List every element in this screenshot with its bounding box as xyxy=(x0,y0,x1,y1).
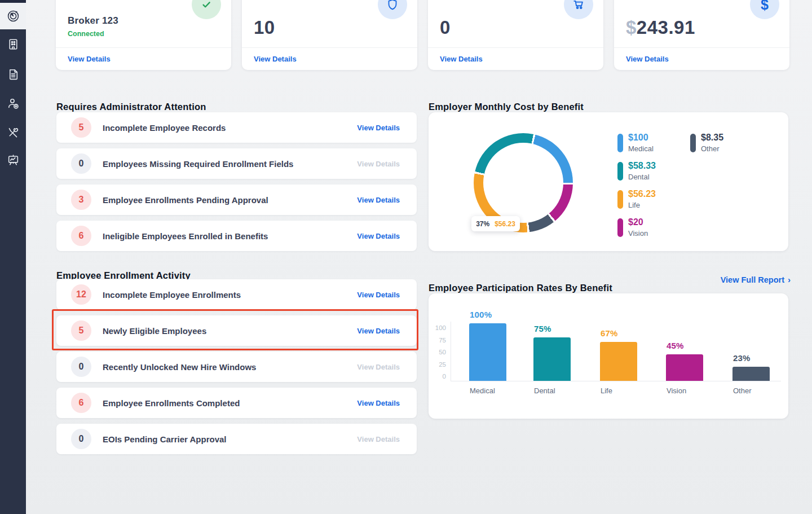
list-item: 0Employees Missing Required Enrollment F… xyxy=(56,148,417,179)
sidebar-item-add-person[interactable] xyxy=(0,91,26,116)
donut-chart-title: Employer Monthly Cost by Benefit xyxy=(429,102,584,112)
legend-text: $100Medical xyxy=(628,133,654,153)
legend-color-pill xyxy=(617,190,623,209)
donut-chart-panel: 37% $56.23 $100Medical$58.33Dental$56.23… xyxy=(429,112,788,251)
list-item-label: EOIs Pending Carrier Approval xyxy=(103,434,227,444)
bar-chart-title: Employee Participation Rates By Benefit xyxy=(429,283,612,293)
count-badge: 6 xyxy=(71,226,91,246)
dollar-icon: $ xyxy=(761,0,769,12)
view-full-report-label: View Full Report xyxy=(721,275,784,284)
list-item-label: Newly Eligible Employees xyxy=(103,326,206,336)
bar-category-label: Vision xyxy=(667,386,686,395)
bar-value-label: 100% xyxy=(470,310,492,319)
stat-card-2: 10View Details xyxy=(242,0,417,70)
stat-card-title: Broker 123 xyxy=(68,15,118,27)
stat-card-value: 10 xyxy=(254,17,275,38)
stat-cards-row: Broker 123ConnectedView Details10View De… xyxy=(56,0,789,70)
legend-item-other: $8.35Other xyxy=(690,133,723,153)
view-details-link[interactable]: View Details xyxy=(357,291,400,299)
stat-card-icon-bubble xyxy=(378,0,407,19)
view-full-report-link[interactable]: View Full Report› xyxy=(721,275,791,284)
legend-text: $56.23Life xyxy=(628,189,656,209)
sidebar-item-documents[interactable] xyxy=(0,61,26,86)
count-badge: 12 xyxy=(71,284,91,305)
shield-icon xyxy=(385,0,400,12)
stat-card-footer: View Details xyxy=(614,47,789,70)
stat-card-footer: View Details xyxy=(428,47,603,70)
stat-card-footer: View Details xyxy=(242,47,417,70)
bar-dental[interactable] xyxy=(533,337,571,381)
legend-text: $58.33Dental xyxy=(628,161,656,181)
donut-tooltip: 37% $56.23 xyxy=(471,216,520,231)
legend-label: Vision xyxy=(628,229,648,238)
view-details-link[interactable]: View Details xyxy=(357,196,400,204)
y-axis-tick-label: 100 xyxy=(429,324,446,331)
count-badge: 0 xyxy=(71,429,91,449)
legend-color-pill xyxy=(617,134,623,152)
legend-label: Medical xyxy=(628,144,654,153)
view-details-link[interactable]: View Details xyxy=(68,55,111,63)
view-details-link[interactable]: View Details xyxy=(440,55,483,63)
list-item-label: Ineligible Employees Enrolled in Benefit… xyxy=(103,231,268,241)
currency-prefix: $ xyxy=(626,17,637,38)
list-item-label: Incomplete Employee Records xyxy=(103,123,226,133)
bar-value-label: 45% xyxy=(667,341,684,350)
view-details-link[interactable]: View Details xyxy=(357,124,400,132)
list-item: 0EOIs Pending Carrier ApprovalView Detai… xyxy=(56,424,417,454)
view-details-link[interactable]: View Details xyxy=(357,327,400,335)
bar-value-label: 23% xyxy=(733,353,751,363)
view-details-link[interactable]: View Details xyxy=(357,232,400,240)
count-badge: 3 xyxy=(71,190,91,210)
dashboard-page: Broker 123ConnectedView Details10View De… xyxy=(0,0,812,514)
check-circle-icon xyxy=(199,0,214,12)
list-item: 6Employee Enrollments CompletedView Deta… xyxy=(56,388,417,418)
sidebar xyxy=(0,0,26,514)
chevron-right-icon: › xyxy=(788,275,791,284)
bar-vision[interactable] xyxy=(666,354,703,381)
legend-text: $20Vision xyxy=(628,217,648,238)
legend-value: $20 xyxy=(628,217,648,227)
board-chart-icon xyxy=(6,153,20,167)
bar-life[interactable] xyxy=(600,342,637,381)
stat-card-value: $243.91 xyxy=(626,17,695,38)
count-badge: 0 xyxy=(71,357,91,377)
stat-card-value: 0 xyxy=(440,17,451,38)
legend-color-pill xyxy=(617,162,623,181)
legend-label: Other xyxy=(701,144,723,153)
count-badge: 0 xyxy=(71,153,91,174)
tooltip-percent: 37% xyxy=(476,220,489,228)
view-details-link[interactable]: View Details xyxy=(357,399,400,407)
bar-category-label: Medical xyxy=(470,386,495,395)
bar-medical[interactable] xyxy=(469,323,506,381)
view-details-link[interactable]: View Details xyxy=(626,55,669,63)
cart-icon xyxy=(571,0,586,12)
sidebar-item-tools[interactable] xyxy=(0,120,26,144)
bar-category-label: Other xyxy=(733,386,752,395)
status-badge: Connected xyxy=(68,30,104,38)
view-details-link: View Details xyxy=(357,435,400,443)
legend-item-life: $56.23Life xyxy=(617,189,656,209)
sidebar-item-dashboard[interactable] xyxy=(0,3,26,29)
list-item-label: Employee Enrollments Pending Approval xyxy=(103,195,268,205)
view-details-link[interactable]: View Details xyxy=(254,55,297,63)
sidebar-item-company[interactable] xyxy=(0,32,26,56)
y-axis-tick-label: 50 xyxy=(429,349,446,355)
stat-card-number: 0 xyxy=(440,17,451,38)
list-item: 0Recently Unlocked New Hire WindowsView … xyxy=(56,352,417,382)
bar-other[interactable] xyxy=(732,367,770,381)
count-badge: 5 xyxy=(71,117,91,138)
stat-card-number: 243.91 xyxy=(637,17,695,38)
legend-value: $8.35 xyxy=(701,133,723,143)
view-details-link: View Details xyxy=(357,363,400,371)
bar-chart-y-axis-line xyxy=(451,322,451,381)
tooltip-value: $56.23 xyxy=(495,220,515,228)
bar-chart-baseline xyxy=(451,381,781,381)
legend-value: $100 xyxy=(628,133,654,143)
legend-value: $56.23 xyxy=(628,189,656,199)
legend-label: Life xyxy=(628,201,656,209)
sidebar-item-reports[interactable] xyxy=(0,147,26,172)
y-axis-tick-label: 0 xyxy=(429,373,446,380)
tools-icon xyxy=(6,125,20,139)
legend-label: Dental xyxy=(628,173,656,181)
stat-card-4: $$243.91View Details xyxy=(614,0,789,70)
